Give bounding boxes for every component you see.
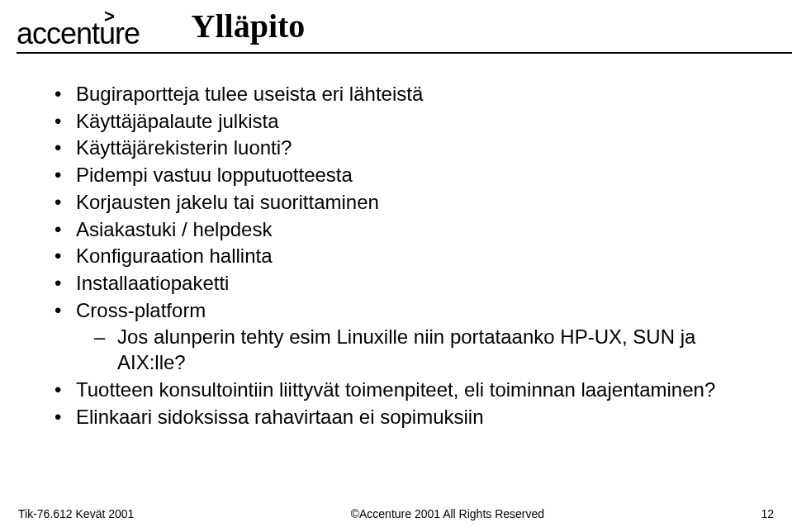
sub-bullet-list: Jos alunperin tehty esim Linuxille niin … xyxy=(76,325,742,375)
slide: > accenture Ylläpito Bugiraportteja tule… xyxy=(0,0,792,532)
list-item: Käyttäjäpalaute julkista xyxy=(55,109,742,135)
slide-header: > accenture Ylläpito xyxy=(0,0,792,54)
bullet-text: Asiakastuki / helpdesk xyxy=(76,218,272,240)
bullet-text: Korjausten jakelu tai suorittaminen xyxy=(76,191,379,213)
list-item: Tuotteen konsultointiin liittyvät toimen… xyxy=(55,378,742,403)
list-item: Bugiraportteja tulee useista eri lähteis… xyxy=(55,82,742,107)
list-item: Cross-platform Jos alunperin tehty esim … xyxy=(55,298,742,376)
list-item: Käyttäjärekisterin luonti? xyxy=(55,135,742,161)
list-item: Elinkaari sidoksissa rahavirtaan ei sopi… xyxy=(55,405,742,430)
bullet-text: Installaatiopaketti xyxy=(76,272,229,294)
list-item: Korjausten jakelu tai suorittaminen xyxy=(55,190,742,216)
bullet-text: Cross-platform xyxy=(76,299,206,321)
logo-text: accenture xyxy=(17,21,140,47)
list-item: Asiakastuki / helpdesk xyxy=(55,217,742,243)
footer-center: ©Accenture 2001 All Rights Reserved xyxy=(351,507,544,520)
accenture-logo: > accenture xyxy=(17,12,140,47)
list-item: Jos alunperin tehty esim Linuxille niin … xyxy=(94,325,742,375)
bullet-text: Konfiguraation hallinta xyxy=(76,245,273,267)
page-number: 12 xyxy=(761,507,774,520)
bullet-text: Tuotteen konsultointiin liittyvät toimen… xyxy=(76,378,715,401)
list-item: Konfiguraation hallinta xyxy=(55,244,742,269)
bullet-text: Elinkaari sidoksissa rahavirtaan ei sopi… xyxy=(76,406,484,428)
bullet-text: Bugiraportteja tulee useista eri lähteis… xyxy=(76,83,423,105)
slide-content: Bugiraportteja tulee useista eri lähteis… xyxy=(0,54,792,430)
list-item: Installaatiopaketti xyxy=(55,271,742,297)
page-title: Ylläpito xyxy=(192,7,306,45)
bullet-text: Käyttäjärekisterin luonti? xyxy=(76,136,292,159)
bullet-text: Jos alunperin tehty esim Linuxille niin … xyxy=(117,325,695,373)
bullet-text: Käyttäjäpalaute julkista xyxy=(76,110,278,132)
header-divider xyxy=(17,52,792,54)
slide-footer: Tik-76.612 Kevät 2001 ©Accenture 2001 Al… xyxy=(0,507,792,520)
list-item: Pidempi vastuu lopputuotteesta xyxy=(55,163,742,188)
bullet-list: Bugiraportteja tulee useista eri lähteis… xyxy=(55,82,742,430)
footer-left: Tik-76.612 Kevät 2001 xyxy=(18,507,134,520)
bullet-text: Pidempi vastuu lopputuotteesta xyxy=(76,164,353,186)
